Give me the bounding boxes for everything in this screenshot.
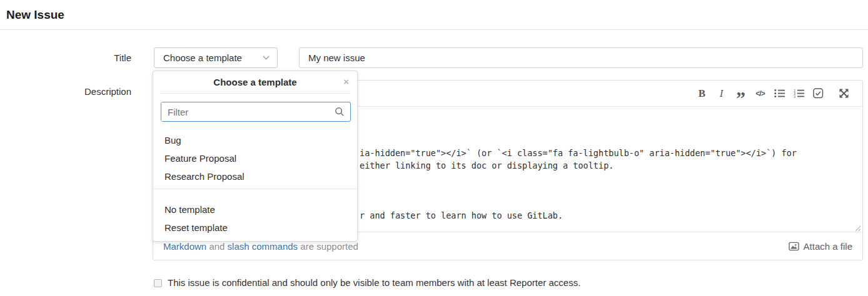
reset-template-item[interactable]: Reset template: [153, 219, 357, 237]
description-text: ia-hidden="true"></i>` (or `<i class="fa…: [360, 109, 797, 222]
and-text: and: [209, 241, 225, 252]
confidential-checkbox[interactable]: [154, 279, 162, 287]
markdown-link[interactable]: Markdown: [163, 241, 206, 252]
filter-field: [161, 102, 351, 122]
chevron-down-icon: [263, 56, 270, 60]
fullscreen-icon[interactable]: [834, 86, 854, 101]
search-icon: [335, 107, 345, 117]
markdown-help-note: Markdown and slash commands are supporte…: [163, 241, 358, 252]
header-divider: [0, 29, 868, 30]
template-list: Bug Feature Proposal Research Proposal: [153, 131, 357, 185]
code-icon[interactable]: </>: [750, 86, 770, 101]
italic-icon[interactable]: I: [712, 86, 731, 101]
bullet-list-icon[interactable]: [770, 86, 789, 101]
choose-template-button[interactable]: Choose a template: [154, 47, 278, 68]
issue-title-input[interactable]: [299, 47, 863, 68]
dropdown-title: Choose a template: [153, 71, 357, 87]
template-actions-list: No template Reset template: [153, 200, 357, 237]
confidential-label: This issue is confidential and should on…: [168, 277, 580, 288]
slash-commands-link[interactable]: slash commands: [228, 241, 298, 252]
bold-icon[interactable]: B: [692, 86, 712, 101]
confidential-row: This issue is confidential and should on…: [154, 277, 580, 288]
template-item-bug[interactable]: Bug: [153, 131, 357, 149]
template-item-feature-proposal[interactable]: Feature Proposal: [153, 149, 357, 167]
attach-file-button[interactable]: Attach a file: [789, 241, 852, 252]
filter-input[interactable]: [161, 102, 321, 121]
attach-file-icon: [789, 241, 799, 252]
no-template-item[interactable]: No template: [153, 200, 357, 219]
quote-icon[interactable]: ”: [731, 86, 750, 101]
dropdown-header: Choose a template ×: [153, 71, 357, 93]
description-label: Description: [0, 86, 131, 97]
supported-text: are supported: [300, 241, 358, 252]
svg-text:3: 3: [794, 95, 795, 98]
template-dropdown-popup: Choose a template × Bug Feature Proposal…: [153, 71, 358, 242]
page-title: New Issue: [6, 8, 64, 22]
dropdown-header-divider: [161, 93, 350, 94]
close-icon[interactable]: ×: [343, 77, 349, 86]
new-issue-page: New Issue Title Choose a template Descri…: [0, 0, 868, 296]
dropdown-list-divider: [153, 189, 357, 189]
template-item-research-proposal[interactable]: Research Proposal: [153, 167, 357, 185]
task-list-icon[interactable]: [809, 86, 828, 101]
attach-file-label: Attach a file: [804, 241, 852, 252]
choose-template-button-label: Choose a template: [163, 52, 242, 63]
numbered-list-icon[interactable]: 1 2 3: [789, 86, 809, 101]
resize-handle[interactable]: [854, 225, 861, 232]
title-label: Title: [0, 52, 131, 63]
